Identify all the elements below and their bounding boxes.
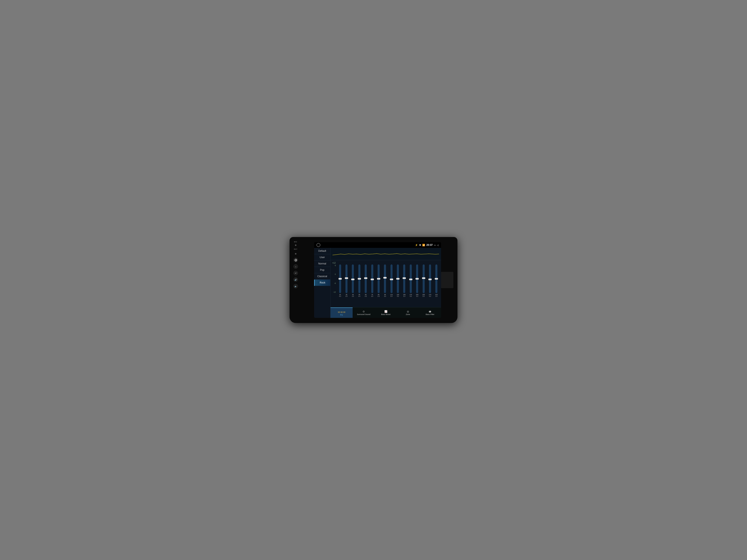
- right-cutout: [441, 272, 453, 288]
- circle-icon: [316, 243, 320, 247]
- slider-thumb-80[interactable]: [377, 278, 380, 279]
- eq-band-200[interactable]: 2002.2: [414, 264, 420, 297]
- waveform-svg: [333, 249, 439, 259]
- tab-eq[interactable]: ⚌⚌⚌ EQ: [331, 308, 353, 318]
- slider-thumb-50[interactable]: [358, 278, 361, 279]
- slider-thumb-70[interactable]: [371, 278, 374, 280]
- preset-sidebar: Default User Normal Pop Classical Rock: [314, 248, 331, 318]
- slider-track-315[interactable]: [435, 264, 437, 293]
- tab-bass-filter[interactable]: 🏔 Bass Filter: [419, 308, 441, 318]
- eq-band-50[interactable]: 502.2: [356, 264, 362, 297]
- fc-label-30: 30: [346, 294, 347, 295]
- slider-track-275[interactable]: [429, 264, 431, 293]
- slider-track-80[interactable]: [378, 264, 380, 293]
- db-0: 0: [332, 273, 336, 275]
- eq-band-150[interactable]: 1502.2: [401, 264, 407, 297]
- eq-band-60[interactable]: 602.2: [363, 264, 369, 297]
- slider-track-30[interactable]: [345, 264, 347, 293]
- back-button[interactable]: ↩: [293, 271, 298, 275]
- slider-thumb-30[interactable]: [345, 277, 348, 279]
- q-label-200: 2.2: [416, 296, 418, 297]
- vol-down-button[interactable]: 🔉: [293, 284, 298, 288]
- eq-band-20[interactable]: 202.2: [337, 264, 343, 297]
- tab-zone-label: Zone: [406, 313, 410, 315]
- slider-track-200[interactable]: [416, 264, 418, 293]
- db-neg6: -6: [332, 282, 336, 284]
- slider-thumb-110[interactable]: [390, 278, 393, 280]
- eq-band-30[interactable]: 302.2: [343, 264, 349, 297]
- q-label-235: 2.2: [423, 296, 425, 297]
- window-icon: ▭: [434, 244, 436, 246]
- slider-track-125[interactable]: [397, 264, 399, 293]
- tab-zone[interactable]: ◎ Zone: [397, 308, 419, 318]
- slider-track-110[interactable]: [390, 264, 392, 293]
- mic-label: MIC: [294, 241, 297, 243]
- tab-bass-filter-label: Bass Filter: [426, 313, 435, 315]
- q-label-30: 2.2: [345, 296, 347, 297]
- eq-container: Default User Normal Pop Classical Rock +…: [314, 248, 441, 318]
- slider-track-50[interactable]: [358, 264, 360, 293]
- slider-track-70[interactable]: [371, 264, 373, 293]
- power-button[interactable]: ⏻: [293, 258, 298, 262]
- eq-band-175[interactable]: 1752.2: [408, 264, 414, 297]
- back-icon: ◁: [437, 244, 439, 246]
- q-label-95: 2.2: [384, 296, 386, 297]
- eq-icon: ⚌⚌⚌: [338, 310, 346, 313]
- slider-thumb-235[interactable]: [422, 277, 425, 279]
- preset-rock[interactable]: Rock: [314, 279, 330, 286]
- q-label-70: 2.2: [371, 296, 373, 297]
- slider-thumb-200[interactable]: [415, 278, 419, 279]
- eq-band-110[interactable]: 1102.2: [388, 264, 394, 297]
- tab-surround[interactable]: ⊙ Surround Sound: [353, 308, 375, 318]
- preset-user[interactable]: User: [314, 254, 330, 261]
- q-label-80: 2.2: [378, 296, 380, 297]
- slider-thumb-315[interactable]: [435, 278, 438, 279]
- fc-label-40: 40: [352, 294, 354, 295]
- slider-thumb-40[interactable]: [351, 278, 355, 280]
- tab-surround-label: Surround Sound: [357, 313, 370, 315]
- status-left: [316, 243, 320, 247]
- eq-main: +12 6 0 -6 -12 202.2302.2402.2502.2602.2…: [331, 248, 441, 318]
- slider-track-235[interactable]: [423, 264, 425, 293]
- vol-up-button[interactable]: 🔊: [293, 277, 298, 282]
- rst-label: RST: [294, 248, 298, 250]
- status-right: ⚡ ✱ 📶 20:37 ▭ ◁: [415, 244, 439, 246]
- tab-bass-boost[interactable]: 📈 Bass Boost: [375, 308, 397, 318]
- slider-track-150[interactable]: [403, 264, 405, 293]
- slider-thumb-60[interactable]: [364, 277, 367, 279]
- slider-thumb-20[interactable]: [338, 278, 342, 279]
- preset-pop[interactable]: Pop: [314, 267, 330, 273]
- eq-band-95[interactable]: 952.2: [382, 264, 388, 297]
- db-top-label: +12: [332, 262, 439, 264]
- q-label-275: 2.2: [429, 296, 431, 297]
- bottom-tabs: ⚌⚌⚌ EQ ⊙ Surround Sound 📈 Bass Boost ◎ Z…: [331, 307, 441, 318]
- slider-thumb-125[interactable]: [396, 278, 400, 279]
- eq-band-40[interactable]: 402.2: [350, 264, 356, 297]
- preset-classical[interactable]: Classical: [314, 273, 330, 279]
- slider-thumb-150[interactable]: [403, 277, 406, 279]
- bluetooth-icon: ⚡: [415, 244, 418, 246]
- eq-band-275[interactable]: 2752.2: [427, 264, 433, 297]
- q-label-150: 2.2: [404, 296, 406, 297]
- slider-thumb-175[interactable]: [409, 278, 412, 280]
- slider-track-175[interactable]: [410, 264, 412, 293]
- eq-band-125[interactable]: 1252.2: [395, 264, 401, 297]
- home-button[interactable]: ⌂: [293, 264, 298, 269]
- slider-track-95[interactable]: [384, 264, 386, 293]
- eq-band-315[interactable]: 3152.2: [434, 264, 439, 297]
- eq-band-70[interactable]: 702.2: [369, 264, 375, 297]
- preset-normal[interactable]: Normal: [314, 261, 330, 267]
- preset-default[interactable]: Default: [314, 248, 330, 254]
- slider-thumb-275[interactable]: [429, 278, 432, 280]
- eq-band-80[interactable]: 802.2: [376, 264, 382, 297]
- slider-track-60[interactable]: [365, 264, 367, 293]
- eq-band-235[interactable]: 2352.2: [420, 264, 427, 297]
- slider-track-20[interactable]: [339, 264, 341, 293]
- fc-label-315: 315: [435, 294, 438, 295]
- slider-thumb-95[interactable]: [383, 277, 387, 278]
- db-markers: 6 0 -6 -12: [332, 264, 337, 293]
- fc-label-95: 95: [384, 294, 386, 295]
- time-display: 20:37: [426, 244, 433, 246]
- tab-bass-boost-label: Bass Boost: [381, 313, 390, 315]
- slider-track-40[interactable]: [352, 264, 354, 293]
